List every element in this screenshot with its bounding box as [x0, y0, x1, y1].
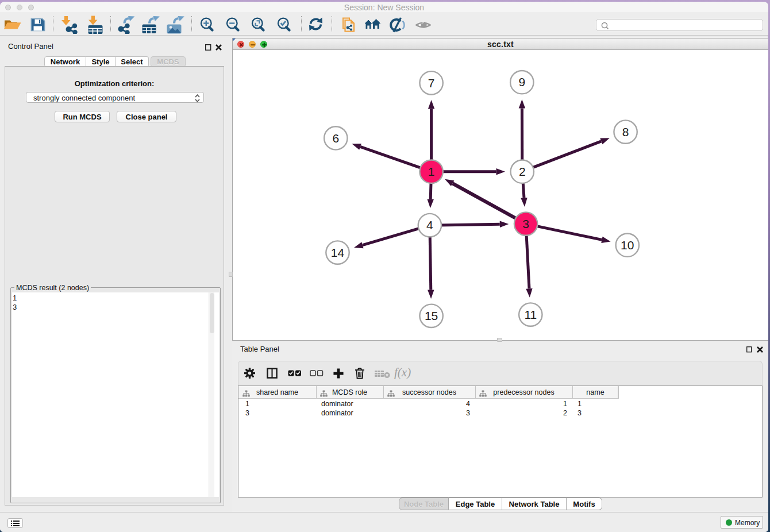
svg-text:11: 11: [524, 308, 537, 321]
svg-text:1: 1: [428, 165, 435, 178]
svg-text:3: 3: [522, 217, 529, 230]
svg-text:7: 7: [428, 76, 435, 90]
svg-text:10: 10: [621, 238, 634, 252]
svg-text:14: 14: [331, 246, 345, 259]
svg-text:2: 2: [519, 165, 526, 178]
svg-text:15: 15: [425, 309, 438, 322]
svg-text:8: 8: [622, 125, 629, 138]
svg-text:9: 9: [518, 75, 525, 88]
svg-text:4: 4: [426, 218, 433, 232]
svg-text:6: 6: [332, 132, 339, 145]
